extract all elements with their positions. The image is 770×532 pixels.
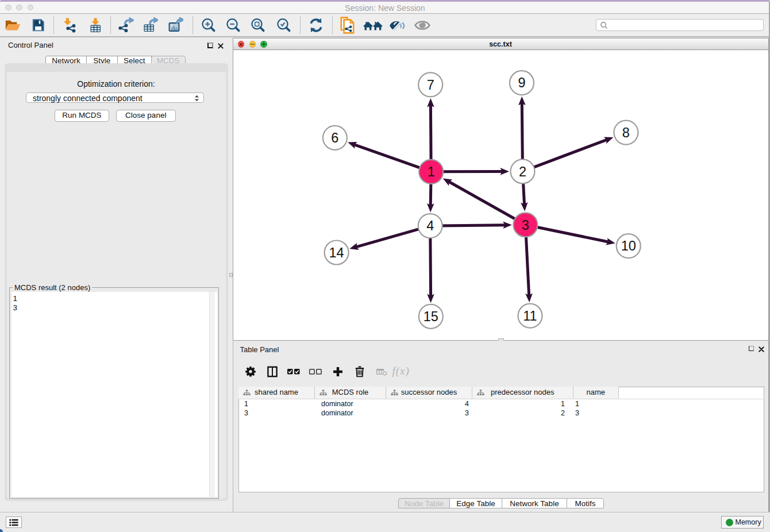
svg-text:8: 8 bbox=[622, 125, 630, 140]
svg-text:7: 7 bbox=[427, 78, 434, 92]
svg-text:4: 4 bbox=[426, 218, 434, 233]
svg-text:14: 14 bbox=[329, 245, 344, 260]
svg-text:15: 15 bbox=[424, 309, 438, 324]
svg-text:11: 11 bbox=[523, 309, 537, 323]
svg-text:2: 2 bbox=[519, 164, 526, 179]
svg-text:9: 9 bbox=[518, 75, 525, 90]
svg-text:1: 1 bbox=[428, 164, 435, 179]
svg-text:6: 6 bbox=[331, 130, 338, 145]
svg-text:3: 3 bbox=[522, 218, 529, 233]
svg-text:10: 10 bbox=[621, 238, 636, 253]
